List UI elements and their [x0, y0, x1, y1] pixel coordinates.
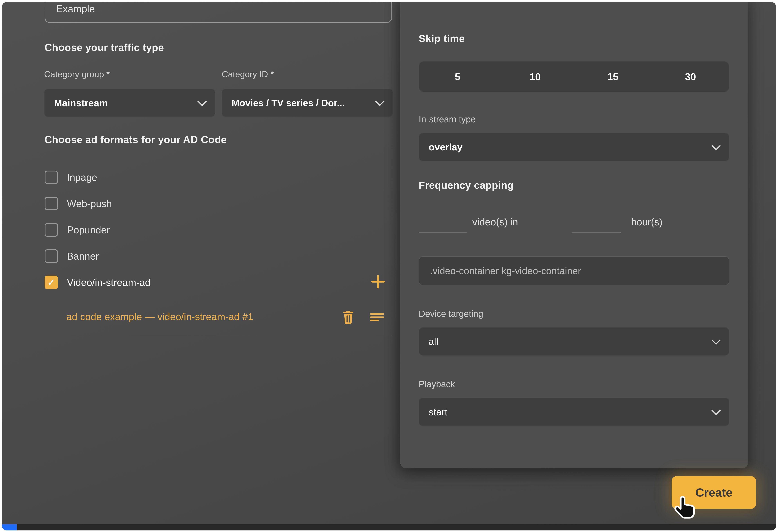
- device-targeting-value: all: [429, 336, 438, 347]
- skip-time-heading: Skip time: [419, 33, 465, 44]
- playback-select[interactable]: start: [419, 398, 729, 426]
- checkbox-label: Banner: [67, 251, 99, 262]
- chevron-down-icon: [712, 336, 721, 345]
- category-group-label: Category group *: [44, 69, 110, 79]
- video-container-selector-input[interactable]: [419, 256, 729, 285]
- ad-code-details-button[interactable]: [370, 312, 384, 323]
- list-icon: [370, 312, 384, 323]
- category-id-select[interactable]: Movies / TV series / Dor...: [222, 89, 393, 117]
- chevron-down-icon: [375, 97, 384, 106]
- in-stream-type-label: In-stream type: [419, 114, 476, 124]
- checkbox-box[interactable]: ✓: [45, 249, 58, 263]
- chevron-down-icon: [712, 406, 721, 415]
- bottom-bar-progress: [2, 524, 17, 530]
- video-settings-panel: Skip time 5 10 15 30 In-stream type over…: [400, 0, 748, 468]
- skip-time-option-10[interactable]: 10: [496, 61, 574, 92]
- checkbox-box[interactable]: ✓: [45, 276, 58, 289]
- ad-code-example-link[interactable]: ad code example — video/in-stream-ad #1: [66, 311, 253, 322]
- in-stream-type-value: overlay: [429, 142, 462, 153]
- device-targeting-label: Device targeting: [419, 308, 483, 319]
- category-id-label: Category ID *: [222, 69, 274, 79]
- frequency-videos-input[interactable]: [419, 210, 467, 233]
- ad-formats-list: ✓ Inpage ✓ Web-push ✓ Popunder ✓ Banner …: [45, 164, 392, 295]
- playback-value: start: [429, 406, 448, 418]
- checkbox-box[interactable]: ✓: [45, 223, 58, 237]
- ad-formats-heading: Choose ad formats for your AD Code: [45, 134, 227, 145]
- checkbox-box[interactable]: ✓: [45, 171, 58, 184]
- create-button[interactable]: Create: [672, 476, 756, 509]
- checkbox-popunder[interactable]: ✓ Popunder: [45, 217, 392, 243]
- in-stream-type-select[interactable]: overlay: [419, 133, 729, 161]
- screenshot-viewport: Choose your traffic type Category group …: [0, 0, 778, 532]
- checkbox-label: Inpage: [67, 172, 97, 183]
- frequency-hours-unit: hour(s): [631, 216, 663, 228]
- device-targeting-select[interactable]: all: [419, 327, 729, 356]
- playback-label: Playback: [419, 379, 455, 389]
- chevron-down-icon: [198, 97, 207, 106]
- frequency-capping-row: video(s) in hour(s): [419, 210, 729, 234]
- ad-code-form-screen: Choose your traffic type Category group …: [0, 0, 778, 532]
- checkbox-box[interactable]: ✓: [45, 197, 58, 210]
- checkbox-label: Web-push: [67, 198, 112, 209]
- ad-code-row-divider: [66, 335, 392, 335]
- checkbox-inpage[interactable]: ✓ Inpage: [45, 164, 392, 190]
- traffic-type-heading: Choose your traffic type: [45, 41, 164, 53]
- checkbox-banner[interactable]: ✓ Banner: [45, 243, 392, 269]
- checkbox-video-in-stream-ad[interactable]: ✓ Video/in-stream-ad: [45, 269, 392, 295]
- skip-time-option-30[interactable]: 30: [651, 61, 729, 92]
- frequency-videos-unit: video(s) in: [472, 216, 518, 228]
- skip-time-option-15[interactable]: 15: [574, 61, 651, 92]
- checkbox-label: Video/in-stream-ad: [67, 277, 151, 288]
- plus-icon: [370, 274, 386, 290]
- checkbox-web-push[interactable]: ✓ Web-push: [45, 190, 392, 217]
- trash-icon: [341, 310, 355, 325]
- add-ad-code-button[interactable]: [370, 274, 386, 290]
- frequency-capping-heading: Frequency capping: [419, 179, 514, 191]
- skip-time-segmented-control: 5 10 15 30: [419, 61, 729, 92]
- ad-code-name-input[interactable]: [45, 0, 392, 23]
- category-id-value: Movies / TV series / Dor...: [232, 97, 345, 108]
- delete-ad-code-button[interactable]: [341, 310, 355, 325]
- frequency-hours-input[interactable]: [572, 210, 621, 233]
- checkbox-label: Popunder: [67, 224, 110, 236]
- chevron-down-icon: [712, 141, 721, 150]
- category-group-select[interactable]: Mainstream: [44, 89, 215, 117]
- skip-time-option-5[interactable]: 5: [419, 61, 496, 92]
- category-group-value: Mainstream: [54, 97, 108, 108]
- bottom-bar: [2, 524, 776, 530]
